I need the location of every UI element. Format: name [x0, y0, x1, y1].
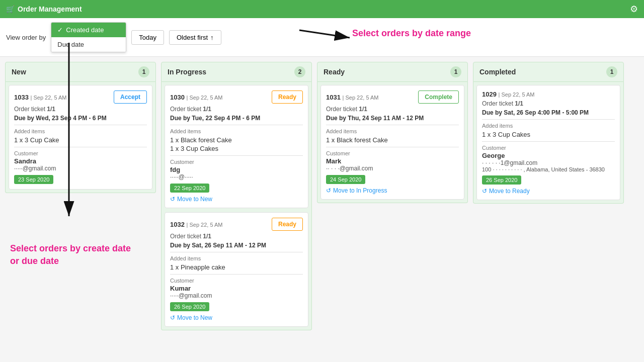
- date-badge: 23 Sep 2020: [14, 175, 53, 184]
- settings-icon[interactable]: ⚙: [630, 4, 638, 15]
- column-header-ready: Ready1: [317, 62, 468, 82]
- move-label: Move to New: [177, 314, 212, 321]
- dropdown-item-due-date[interactable]: Due date: [51, 37, 126, 52]
- accept-button[interactable]: Accept: [114, 90, 147, 104]
- order-ticket: Order ticket 1/1: [170, 233, 303, 240]
- card-header: 1031 | Sep 22, 5 AMComplete: [326, 90, 459, 104]
- column-title: New: [12, 68, 26, 76]
- dropdown-item-created-date[interactable]: ✓ Created date: [51, 23, 126, 37]
- item-line: 1 x 3 Cup Cakes: [170, 145, 303, 152]
- column-header-completed: Completed1: [473, 62, 624, 82]
- order-ticket: Order ticket 1/1: [14, 106, 147, 113]
- order-date: | Sep 22, 5 AM: [187, 222, 223, 228]
- item-line: 1 x Black forest Cake: [170, 136, 303, 144]
- customer-address: 100 · · · · · · · · · · , Alabama, Unite…: [482, 166, 615, 172]
- item-line: 1 x Pineapple cake: [170, 263, 303, 271]
- app-title: 🛒 Order Management: [6, 5, 82, 13]
- order-id: 1029: [482, 90, 497, 98]
- move-icon: ↺: [170, 314, 175, 321]
- column-title: In Progress: [168, 68, 206, 76]
- customer-email: ·· · · ·@gmail.com: [326, 165, 459, 172]
- card-header: 1033 | Sep 22, 5 AMAccept: [14, 90, 147, 104]
- move-link[interactable]: ↺ Move to In Progress: [326, 187, 459, 194]
- customer-name: George: [482, 152, 615, 159]
- card-header: 1029 | Sep 22, 5 AM: [482, 90, 615, 98]
- date-filter-button[interactable]: Today: [131, 30, 164, 45]
- added-items-label: Added items: [482, 123, 615, 129]
- toolbar: View order by ✓ Created date Due date To…: [0, 18, 644, 57]
- order-icon: 🛒: [6, 5, 15, 13]
- sort-icon: ↑: [210, 34, 214, 41]
- order-id-date: 1032 | Sep 22, 5 AM: [170, 221, 223, 228]
- order-id: 1033: [14, 94, 29, 101]
- column-ready: Ready11031 | Sep 22, 5 AMCompleteOrder t…: [317, 62, 468, 362]
- column-completed: Completed11029 | Sep 22, 5 AMOrder ticke…: [473, 62, 624, 362]
- order-ticket: Order ticket 1/1: [326, 106, 459, 113]
- ready-button[interactable]: Ready: [272, 218, 303, 231]
- column-count: 1: [450, 66, 461, 77]
- order-card: 1029 | Sep 22, 5 AMOrder ticket 1/1Due b…: [476, 85, 620, 200]
- sort-button[interactable]: Oldest first ↑: [169, 30, 221, 45]
- order-id-date: 1030 | Sep 22, 5 AM: [170, 94, 223, 101]
- date-badge: 26 Sep 2020: [482, 175, 521, 185]
- order-card: 1031 | Sep 22, 5 AMCompleteOrder ticket …: [320, 85, 464, 200]
- order-ticket: Order ticket 1/1: [482, 100, 615, 107]
- column-body-new: 1033 | Sep 22, 5 AMAcceptOrder ticket 1/…: [5, 82, 156, 193]
- order-id-date: 1031 | Sep 22, 5 AM: [326, 94, 379, 101]
- order-id-date: 1033 | Sep 22, 5 AM: [14, 94, 67, 101]
- move-link[interactable]: ↺ Move to New: [170, 196, 303, 203]
- customer-email: · · · · · ·1@gmail.com: [482, 159, 615, 166]
- move-link[interactable]: ↺ Move to Ready: [482, 188, 615, 195]
- customer-label: Customer: [326, 150, 459, 156]
- checkmark-icon: ✓: [57, 26, 63, 34]
- column-count: 1: [138, 66, 149, 77]
- column-title: Ready: [324, 68, 345, 76]
- column-count: 1: [606, 66, 617, 77]
- move-label: Move to In Progress: [333, 187, 387, 194]
- customer-label: Customer: [14, 150, 147, 156]
- date-badge: 24 Sep 2020: [326, 175, 365, 184]
- order-card: 1032 | Sep 22, 5 AMReadyOrder ticket 1/1…: [165, 212, 308, 327]
- due-by: Due by Sat, 26 Sep 11 AM - 12 PM: [170, 242, 303, 249]
- customer-email: ·····@gmail.com: [170, 292, 303, 299]
- item-line: 1 x 3 Cup Cake: [14, 136, 147, 144]
- due-by: Due by Wed, 23 Sep 4 PM - 6 PM: [14, 115, 147, 122]
- order-id-date: 1029 | Sep 22, 5 AM: [482, 90, 535, 98]
- order-card: 1030 | Sep 22, 5 AMReadyOrder ticket 1/1…: [165, 85, 308, 208]
- dropdown-menu: ✓ Created date Due date: [51, 22, 126, 52]
- item-line: 1 x 3 Cup Cakes: [482, 131, 615, 138]
- customer-email: ·····@·····: [170, 173, 303, 180]
- customer-label: Customer: [170, 159, 303, 165]
- move-label: Move to Ready: [489, 188, 530, 195]
- view-order-dropdown[interactable]: ✓ Created date Due date: [51, 22, 126, 52]
- added-items-label: Added items: [170, 128, 303, 134]
- order-ticket: Order ticket 1/1: [170, 106, 303, 113]
- move-link[interactable]: ↺ Move to New: [170, 314, 303, 321]
- column-body-ready: 1031 | Sep 22, 5 AMCompleteOrder ticket …: [317, 82, 468, 203]
- due-by: Due by Tue, 22 Sep 4 PM - 6 PM: [170, 115, 303, 122]
- customer-label: Customer: [482, 145, 615, 151]
- kanban-board: New11033 | Sep 22, 5 AMAcceptOrder ticke…: [0, 57, 644, 362]
- column-header-new: New1: [5, 62, 156, 82]
- ready-button[interactable]: Ready: [272, 90, 303, 104]
- card-header: 1032 | Sep 22, 5 AMReady: [170, 218, 303, 231]
- column-new: New11033 | Sep 22, 5 AMAcceptOrder ticke…: [5, 62, 156, 362]
- column-count: 2: [294, 66, 305, 77]
- complete-button[interactable]: Complete: [418, 90, 459, 104]
- app-header: 🛒 Order Management ⚙: [0, 0, 644, 18]
- column-header-in_progress: In Progress2: [161, 62, 312, 82]
- view-order-label: View order by: [6, 34, 46, 41]
- customer-name: Sandra: [14, 157, 147, 165]
- order-id: 1032: [170, 221, 185, 228]
- due-by: Due by Sat, 26 Sep 4:00 PM - 5:00 PM: [482, 109, 615, 116]
- move-label: Move to New: [177, 196, 212, 203]
- date-badge: 26 Sep 2020: [170, 302, 209, 311]
- customer-label: Customer: [170, 278, 303, 284]
- column-body-in_progress: 1030 | Sep 22, 5 AMReadyOrder ticket 1/1…: [161, 82, 312, 330]
- due-by: Due by Thu, 24 Sep 11 AM - 12 PM: [326, 115, 459, 122]
- order-card: 1033 | Sep 22, 5 AMAcceptOrder ticket 1/…: [9, 85, 152, 190]
- column-title: Completed: [479, 68, 516, 76]
- date-badge: 22 Sep 2020: [170, 184, 209, 193]
- order-date: | Sep 22, 5 AM: [31, 95, 67, 101]
- order-date: | Sep 22, 5 AM: [499, 92, 535, 98]
